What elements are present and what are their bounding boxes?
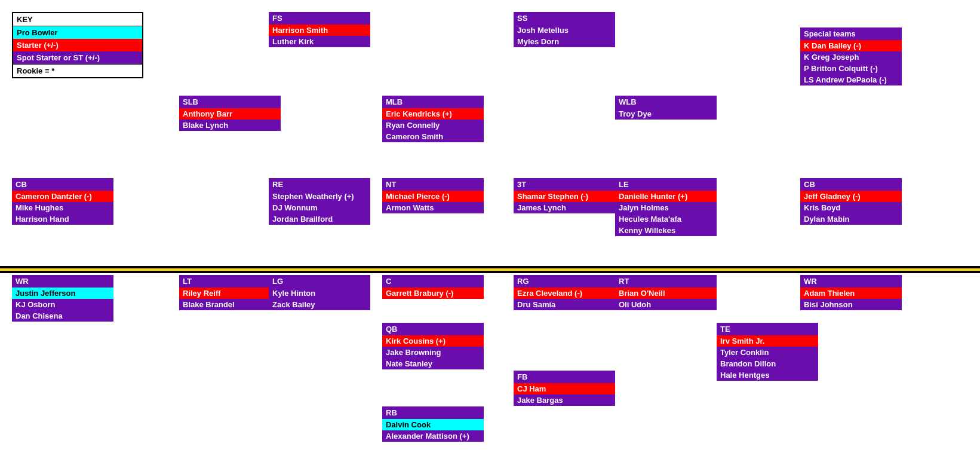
player-re-0: Stephen Weatherly (+) xyxy=(269,191,370,202)
player-te-2: Brandon Dillon xyxy=(717,358,818,369)
player-re-2: Jordan Brailford xyxy=(269,213,370,225)
player-3t-0: Shamar Stephen (-) xyxy=(514,191,615,202)
pos-header-te: TE xyxy=(717,323,818,335)
player-fs-0: Harrison Smith xyxy=(269,25,370,36)
player-qb-0: Kirk Cousins (+) xyxy=(382,335,484,347)
pos-card-rg: RGEzra Cleveland (-)Dru Samia xyxy=(514,275,615,310)
pos-header-cb-right: CB xyxy=(800,178,902,191)
pos-card-lt: LTRiley ReiffBlake Brandel xyxy=(179,275,281,310)
pos-header-lg: LG xyxy=(269,275,370,288)
player-mlb-2: Cameron Smith xyxy=(382,131,484,142)
player-cb-left-1: Mike Hughes xyxy=(12,202,113,213)
pos-header-c: C xyxy=(382,275,484,288)
pos-card-special-teams: Special teamsK Dan Bailey (-)K Greg Jose… xyxy=(800,27,902,85)
pos-header-ss: SS xyxy=(514,12,615,25)
pos-card-te: TEIrv Smith Jr.Tyler ConklinBrandon Dill… xyxy=(717,323,818,381)
player-slb-0: Anthony Barr xyxy=(179,108,281,120)
pos-header-wlb: WLB xyxy=(615,96,717,108)
pos-header-cb-left: CB xyxy=(12,178,113,191)
player-qb-1: Jake Browning xyxy=(382,347,484,358)
player-cb-left-2: Harrison Hand xyxy=(12,213,113,225)
depth-chart: KEY Pro Bowler Starter (+/-) Spot Starte… xyxy=(0,0,980,474)
player-fb-0: CJ Ham xyxy=(514,383,615,395)
player-wr-right-0: Adam Thielen xyxy=(800,288,902,299)
pos-header-rt: RT xyxy=(615,275,717,288)
pos-card-le: LEDanielle Hunter (+)Jalyn HolmesHecules… xyxy=(615,178,717,236)
pos-header-rg: RG xyxy=(514,275,615,288)
player-special-teams-0: K Dan Bailey (-) xyxy=(800,40,902,51)
player-le-2: Hecules Mata'afa xyxy=(615,213,717,225)
player-fb-1: Jake Bargas xyxy=(514,395,615,406)
pos-header-fs: FS xyxy=(269,12,370,25)
pos-card-fs: FSHarrison SmithLuther Kirk xyxy=(269,12,370,47)
player-lg-1: Zack Bailey xyxy=(269,299,370,310)
pos-card-ss: SSJosh MetellusMyles Dorn xyxy=(514,12,615,47)
player-mlb-1: Ryan Connelly xyxy=(382,120,484,131)
pos-header-special-teams: Special teams xyxy=(800,27,902,40)
pos-card-nt: NTMichael Pierce (-)Armon Watts xyxy=(382,178,484,213)
player-re-1: DJ Wonnum xyxy=(269,202,370,213)
pos-card-3t: 3TShamar Stephen (-)James Lynch xyxy=(514,178,615,213)
pos-header-fb: FB xyxy=(514,371,615,383)
pos-card-cb-right: CBJeff Gladney (-)Kris BoydDylan Mabin xyxy=(800,178,902,225)
pos-card-cb-left: CBCameron Dantzler (-)Mike HughesHarriso… xyxy=(12,178,113,225)
pos-card-slb: SLBAnthony BarrBlake Lynch xyxy=(179,96,281,131)
pos-header-nt: NT xyxy=(382,178,484,191)
pos-header-re: RE xyxy=(269,178,370,191)
key-spot-starter: Spot Starter or ST (+/-) xyxy=(13,51,142,64)
pos-header-lt: LT xyxy=(179,275,281,288)
player-te-1: Tyler Conklin xyxy=(717,347,818,358)
player-nt-0: Michael Pierce (-) xyxy=(382,191,484,202)
player-cb-right-2: Dylan Mabin xyxy=(800,213,902,225)
player-c-0: Garrett Brabury (-) xyxy=(382,288,484,299)
pos-header-qb: QB xyxy=(382,323,484,335)
player-le-3: Kenny Willekes xyxy=(615,225,717,236)
player-wr-left-1: KJ Osborn xyxy=(12,299,113,310)
player-slb-1: Blake Lynch xyxy=(179,120,281,131)
pos-header-mlb: MLB xyxy=(382,96,484,108)
divider-black-bottom xyxy=(0,271,980,273)
player-qb-2: Nate Stanley xyxy=(382,358,484,369)
key-starter: Starter (+/-) xyxy=(13,39,142,51)
player-cb-right-0: Jeff Gladney (-) xyxy=(800,191,902,202)
player-rt-0: Brian O'Neill xyxy=(615,288,717,299)
pos-header-3t: 3T xyxy=(514,178,615,191)
player-le-0: Danielle Hunter (+) xyxy=(615,191,717,202)
player-le-1: Jalyn Holmes xyxy=(615,202,717,213)
player-rb-1: Alexander Mattison (+) xyxy=(382,430,484,442)
pos-header-le: LE xyxy=(615,178,717,191)
player-mlb-0: Eric Kendricks (+) xyxy=(382,108,484,120)
pos-card-qb: QBKirk Cousins (+)Jake BrowningNate Stan… xyxy=(382,323,484,369)
player-te-0: Irv Smith Jr. xyxy=(717,335,818,347)
player-lt-1: Blake Brandel xyxy=(179,299,281,310)
pos-card-fb: FBCJ HamJake Bargas xyxy=(514,371,615,406)
pos-card-c: CGarrett Brabury (-) xyxy=(382,275,484,299)
player-nt-1: Armon Watts xyxy=(382,202,484,213)
pos-header-wr-right: WR xyxy=(800,275,902,288)
player-lg-0: Kyle Hinton xyxy=(269,288,370,299)
pos-card-wr-left: WRJustin JeffersonKJ OsbornDan Chisena xyxy=(12,275,113,322)
key-box: KEY Pro Bowler Starter (+/-) Spot Starte… xyxy=(12,12,143,78)
pos-card-rb: RBDalvin CookAlexander Mattison (+) xyxy=(382,406,484,442)
player-special-teams-2: P Britton Colquitt (-) xyxy=(800,63,902,74)
player-wlb-0: Troy Dye xyxy=(615,108,717,120)
player-special-teams-1: K Greg Joseph xyxy=(800,51,902,63)
player-lt-0: Riley Reiff xyxy=(179,288,281,299)
pos-header-rb: RB xyxy=(382,406,484,419)
pos-card-lg: LGKyle HintonZack Bailey xyxy=(269,275,370,310)
player-rg-0: Ezra Cleveland (-) xyxy=(514,288,615,299)
key-pro-bowler: Pro Bowler xyxy=(13,26,142,39)
pos-card-wr-right: WRAdam ThielenBisi Johnson xyxy=(800,275,902,310)
player-rt-1: Oli Udoh xyxy=(615,299,717,310)
player-cb-right-1: Kris Boyd xyxy=(800,202,902,213)
player-rb-0: Dalvin Cook xyxy=(382,419,484,430)
pos-card-mlb: MLBEric Kendricks (+)Ryan ConnellyCamero… xyxy=(382,96,484,142)
player-special-teams-3: LS Andrew DePaola (-) xyxy=(800,74,902,85)
pos-header-wr-left: WR xyxy=(12,275,113,288)
player-wr-left-2: Dan Chisena xyxy=(12,310,113,322)
pos-card-re: REStephen Weatherly (+)DJ WonnumJordan B… xyxy=(269,178,370,225)
player-te-3: Hale Hentges xyxy=(717,369,818,381)
player-cb-left-0: Cameron Dantzler (-) xyxy=(12,191,113,202)
key-rookie: Rookie = * xyxy=(13,64,142,77)
pos-card-wlb: WLBTroy Dye xyxy=(615,96,717,120)
